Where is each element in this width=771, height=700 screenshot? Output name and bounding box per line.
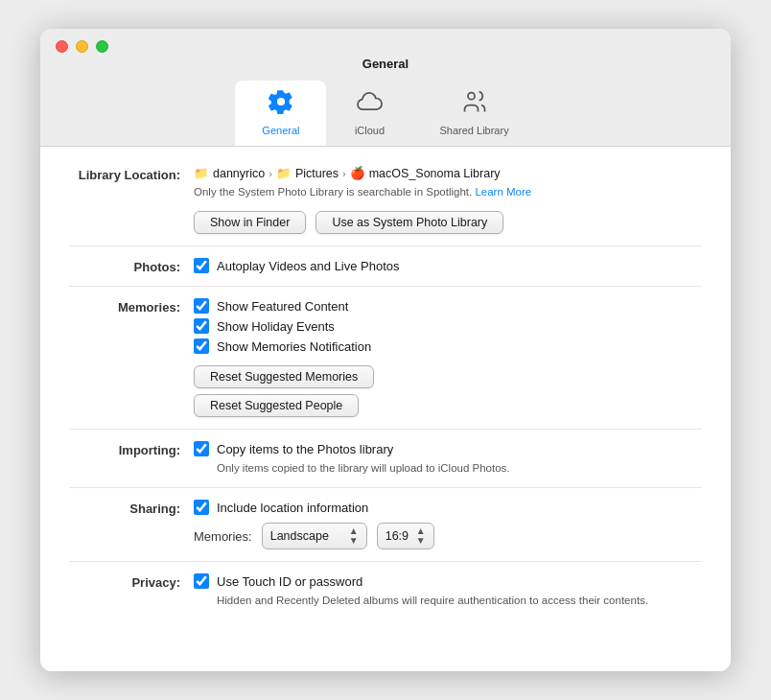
path-sep-1: › — [269, 168, 272, 179]
path-library: macOS_Sonoma Library — [369, 167, 501, 180]
reset-memories-button[interactable]: Reset Suggested Memories — [194, 365, 374, 388]
touchid-label: Use Touch ID or password — [217, 574, 362, 589]
featured-label: Show Featured Content — [217, 299, 348, 314]
location-checkbox[interactable] — [194, 500, 209, 515]
importing-section: Importing: Copy items to the Photos libr… — [69, 441, 702, 476]
location-label: Include location information — [217, 501, 368, 515]
gear-icon — [268, 88, 294, 121]
separator-1 — [69, 245, 702, 246]
content-area: Library Location: 📁 dannyrico › 📁 Pictur… — [40, 147, 731, 671]
importing-content: Copy items to the Photos library Only it… — [194, 441, 702, 476]
importing-label: Importing: — [69, 441, 194, 457]
privacy-label: Privacy: — [69, 573, 194, 590]
location-checkbox-row[interactable]: Include location information — [194, 500, 702, 515]
ratio-arrows: ▲▼ — [416, 526, 426, 546]
separator-5 — [69, 561, 702, 562]
landscape-value: Landscape — [270, 529, 329, 543]
notification-checkbox[interactable] — [194, 338, 209, 354]
people-icon — [461, 88, 488, 121]
holiday-label: Show Holiday Events — [217, 319, 335, 334]
tab-general-label: General — [262, 125, 299, 136]
tab-icloud-label: iCloud — [355, 125, 385, 136]
notification-label: Show Memories Notification — [217, 339, 371, 354]
preferences-window: General General iCloud — [40, 29, 731, 671]
touchid-checkbox-row[interactable]: Use Touch ID or password — [194, 573, 702, 589]
library-hint: Only the System Photo Library is searcha… — [194, 186, 702, 198]
photos-content: Autoplay Videos and Live Photos — [194, 258, 702, 273]
cloud-icon — [356, 88, 383, 121]
ratio-value: 16:9 — [386, 529, 409, 543]
photos-label: Photos: — [69, 258, 194, 274]
window-title: General — [362, 57, 409, 71]
minimize-button[interactable] — [76, 40, 88, 53]
sharing-content: Include location information Memories: L… — [194, 500, 702, 549]
memories-section: Memories: Show Featured Content Show Hol… — [69, 298, 702, 417]
photos-section: Photos: Autoplay Videos and Live Photos — [69, 258, 702, 274]
path-dannyrico: dannyrico — [213, 167, 265, 180]
featured-checkbox[interactable] — [194, 298, 209, 314]
memories-checkboxes: Show Featured Content Show Holiday Event… — [194, 298, 702, 354]
tab-icloud[interactable]: iCloud — [326, 81, 412, 146]
ratio-select[interactable]: 16:9 ▲▼ — [377, 523, 434, 549]
tab-shared-library[interactable]: Shared Library — [412, 81, 535, 146]
path-sep-2: › — [342, 168, 346, 179]
copy-checkbox-row[interactable]: Copy items to the Photos library — [194, 441, 702, 456]
copy-hint: Only items copied to the library will up… — [194, 460, 702, 476]
landscape-arrows: ▲▼ — [349, 526, 359, 546]
learn-more-link[interactable]: Learn More — [475, 186, 531, 198]
touchid-checkbox[interactable] — [194, 573, 209, 589]
library-location-content: 📁 dannyrico › 📁 Pictures › 🍎 macOS_Sonom… — [194, 166, 702, 234]
separator-4 — [69, 487, 702, 488]
sharing-label: Sharing: — [69, 500, 194, 516]
use-as-system-library-button[interactable]: Use as System Photo Library — [315, 211, 503, 234]
sharing-section: Sharing: Include location information Me… — [69, 500, 702, 549]
traffic-lights — [56, 40, 108, 53]
tab-general[interactable]: General — [235, 81, 326, 146]
svg-point-0 — [468, 93, 475, 100]
privacy-content: Use Touch ID or password Hidden and Rece… — [194, 573, 702, 608]
toolbar: General iCloud — [235, 81, 535, 146]
sharing-memories-label: Memories: — [194, 529, 252, 544]
library-location-section: Library Location: 📁 dannyrico › 📁 Pictur… — [69, 166, 702, 234]
titlebar: General General iCloud — [40, 29, 731, 147]
holiday-checkbox-row[interactable]: Show Holiday Events — [194, 318, 702, 334]
privacy-section: Privacy: Use Touch ID or password Hidden… — [69, 573, 702, 608]
library-path: 📁 dannyrico › 📁 Pictures › 🍎 macOS_Sonom… — [194, 166, 702, 180]
pictures-icon: 📁 — [276, 166, 292, 180]
featured-checkbox-row[interactable]: Show Featured Content — [194, 298, 702, 314]
folder-icon: 📁 — [194, 166, 209, 180]
reset-people-button[interactable]: Reset Suggested People — [194, 394, 359, 417]
path-pictures: Pictures — [295, 167, 339, 180]
separator-3 — [69, 429, 702, 430]
close-button[interactable] — [56, 40, 68, 53]
copy-checkbox[interactable] — [194, 441, 209, 456]
library-buttons: Show in Finder Use as System Photo Libra… — [194, 211, 702, 234]
memories-buttons: Reset Suggested Memories Reset Suggested… — [194, 365, 702, 417]
autoplay-label: Autoplay Videos and Live Photos — [217, 259, 400, 273]
library-location-label: Library Location: — [69, 166, 194, 182]
tab-shared-library-label: Shared Library — [439, 125, 508, 136]
sharing-memories-row: Memories: Landscape ▲▼ 16:9 ▲▼ — [194, 523, 702, 549]
memories-content: Show Featured Content Show Holiday Event… — [194, 298, 702, 417]
separator-2 — [69, 286, 702, 287]
memories-label: Memories: — [69, 298, 194, 315]
copy-label: Copy items to the Photos library — [217, 442, 393, 456]
autoplay-checkbox[interactable] — [194, 258, 209, 273]
maximize-button[interactable] — [96, 40, 108, 53]
autoplay-checkbox-row[interactable]: Autoplay Videos and Live Photos — [194, 258, 702, 273]
landscape-select[interactable]: Landscape ▲▼ — [262, 523, 367, 549]
holiday-checkbox[interactable] — [194, 318, 209, 334]
show-in-finder-button[interactable]: Show in Finder — [194, 211, 306, 234]
touchid-hint: Hidden and Recently Deleted albums will … — [194, 593, 702, 608]
notification-checkbox-row[interactable]: Show Memories Notification — [194, 338, 702, 354]
apple-icon: 🍎 — [350, 166, 365, 180]
